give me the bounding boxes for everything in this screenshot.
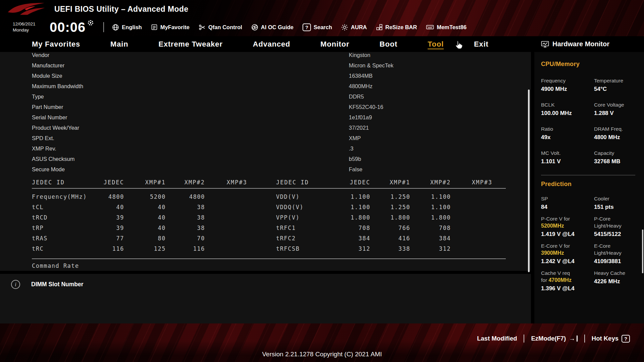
table-cell: tRFC1: [247, 225, 311, 231]
quick-link-label: Search: [314, 24, 332, 31]
hm-stat-label: P-Core V for: [541, 215, 594, 222]
hm-stat-value: 1.419 V @L4: [541, 230, 594, 238]
globe-icon: [112, 24, 119, 31]
quick-link-label: Qfan Control: [208, 24, 242, 31]
spd-table-row: tRP 39 40 38 tRFC1 708 766 708: [32, 223, 506, 233]
tab-exit[interactable]: Exit: [474, 40, 489, 49]
table-cell: 40: [124, 204, 166, 210]
tab-monitor[interactable]: Monitor: [320, 40, 349, 49]
sidebar-scrollbar[interactable]: [642, 230, 643, 273]
tab-tool[interactable]: Tool: [428, 40, 444, 49]
table-cell: 1.250: [370, 204, 410, 210]
table-header-cell: XMP#1: [124, 179, 166, 186]
hot-keys-button[interactable]: Hot Keys: [592, 335, 630, 343]
cpu-memory-section-title: CPU/Memory: [541, 61, 639, 68]
hm-stat: Temperature 54°C: [594, 77, 639, 93]
table-cell: 116: [99, 245, 124, 252]
last-modified-label: Last Modified: [477, 335, 517, 342]
table-cell: 1.100: [410, 193, 451, 200]
top-banner: UEFI BIOS Utility – Advanced Mode 12/06/…: [0, 0, 644, 36]
hm-stat-label: for: [541, 277, 548, 283]
table-cell: 708: [311, 225, 370, 231]
prediction-section-title: Prediction: [541, 181, 639, 188]
memtest-keyboard-icon: [426, 24, 434, 31]
table-cell: 1.100: [410, 204, 451, 210]
datetime-block: 12/06/2021 Monday: [13, 21, 44, 33]
footer-links: Last Modified EzMode(F7) Hot Keys: [477, 335, 630, 343]
table-cell: 5200: [124, 193, 166, 200]
hm-stat-value: 5415/5122: [594, 230, 639, 238]
hm-stat: DRAM Freq. 4800 MHz: [594, 125, 639, 141]
table-header-cell: XMP#3: [205, 179, 247, 186]
quick-link-label: MyFavorite: [160, 24, 190, 31]
hm-stat-label: DRAM Freq.: [594, 125, 639, 132]
help-text: DIMM Slot Number: [31, 281, 84, 288]
spd-field-value: 4800MHz: [349, 83, 373, 89]
info-icon: [11, 280, 20, 289]
footer-banner: Last Modified EzMode(F7) Hot Keys Versio…: [0, 323, 644, 362]
hm-stat-label: BCLK: [541, 101, 594, 108]
tab-extreme-tweaker[interactable]: Extreme Tweaker: [158, 40, 222, 49]
language-button[interactable]: English: [112, 24, 142, 31]
spd-field-row: XMP Rev. .3: [32, 143, 531, 154]
spd-field-label: ASUS Checksum: [32, 156, 349, 162]
spd-timing-table: JEDEC ID JEDEC XMP#1 XMP#2 XMP#3 JEDEC I…: [32, 177, 506, 273]
hm-stat-label: Ratio: [541, 125, 594, 132]
quick-links: English MyFavorite Qfan Control AI O: [112, 23, 467, 31]
panel-separator: [0, 271, 531, 274]
day-label: Monday: [13, 27, 44, 33]
table-cell: 1.250: [370, 193, 410, 200]
tab-boot[interactable]: Boot: [380, 40, 397, 49]
quick-link-label: ReSize BAR: [385, 24, 417, 31]
resize-bar-button[interactable]: ReSize BAR: [376, 24, 417, 31]
time-settings-button[interactable]: [87, 19, 94, 27]
hm-stat: Cache V req for 4700MHz 1.396 V @L4: [541, 269, 594, 292]
table-cell: 38: [166, 204, 205, 210]
table-cell: 1.800: [311, 214, 370, 221]
table-header-cell: XMP#2: [166, 179, 205, 186]
table-cell: 766: [370, 225, 410, 231]
search-button[interactable]: Search: [303, 23, 332, 31]
sidebar-divider: [541, 175, 635, 175]
hm-stat-label: Light/Heavy: [594, 222, 639, 229]
qfan-control-button[interactable]: Qfan Control: [199, 24, 242, 31]
tab-advanced[interactable]: Advanced: [253, 40, 290, 49]
spd-field-label: Serial Number: [32, 114, 349, 121]
table-cell: 1.100: [311, 204, 370, 210]
prediction-stats: SP 84 Cooler 151 pts P-Core V for 5200MH…: [541, 195, 639, 297]
ezmode-button[interactable]: EzMode(F7): [531, 335, 577, 342]
table-cell: 40: [124, 225, 166, 231]
ezmode-arrow-icon: [569, 336, 578, 342]
aura-button[interactable]: AURA: [341, 24, 367, 31]
spd-field-row: Secure Mode False: [32, 164, 531, 175]
table-cell: tRFC2: [247, 235, 311, 242]
help-bar: DIMM Slot Number: [0, 280, 531, 289]
hot-keys-label: Hot Keys: [592, 335, 619, 342]
table-cell: 312: [311, 245, 370, 252]
spd-table-row: tCL 40 40 38 VDDQ(V) 1.100 1.250 1.100: [32, 202, 506, 212]
quick-link-label: AI OC Guide: [261, 24, 293, 31]
last-modified-button[interactable]: Last Modified: [477, 335, 517, 342]
spd-field-value: 1e1f01a9: [349, 114, 372, 121]
table-cell: 384: [311, 235, 370, 242]
table-rule: [32, 188, 506, 189]
spd-field-row: Maximum Bandwidth 4800MHz: [32, 81, 531, 92]
table-cell: 416: [370, 235, 410, 242]
spd-field-value: 16384MB: [349, 73, 373, 79]
spd-field-label: Maximum Bandwidth: [32, 83, 349, 89]
myfavorite-button[interactable]: MyFavorite: [151, 24, 190, 31]
cpu-memory-stats: Frequency 4900 MHz Temperature 54°C BCLK…: [541, 77, 639, 174]
table-cell: VDD(V): [247, 193, 311, 200]
table-cell: 4800: [99, 193, 124, 200]
main-scrollbar[interactable]: [528, 89, 530, 272]
tab-main[interactable]: Main: [110, 40, 128, 49]
spd-field-label: Part Number: [32, 104, 349, 110]
hm-stat-value: 4226 MHz: [594, 278, 639, 285]
spd-field-label: Manufacturer: [32, 62, 349, 69]
tab-my-favorites[interactable]: My Favorites: [32, 40, 80, 49]
spd-table-row: Frequency(MHz) 4800 5200 4800 VDD(V) 1.1…: [32, 191, 506, 202]
spd-field-value: Micron & SpecTek: [349, 62, 393, 69]
ai-oc-guide-button[interactable]: AI OC Guide: [251, 24, 293, 31]
memtest86-button[interactable]: MemTest86: [426, 24, 467, 31]
table-header-cell: XMP#3: [451, 179, 506, 186]
